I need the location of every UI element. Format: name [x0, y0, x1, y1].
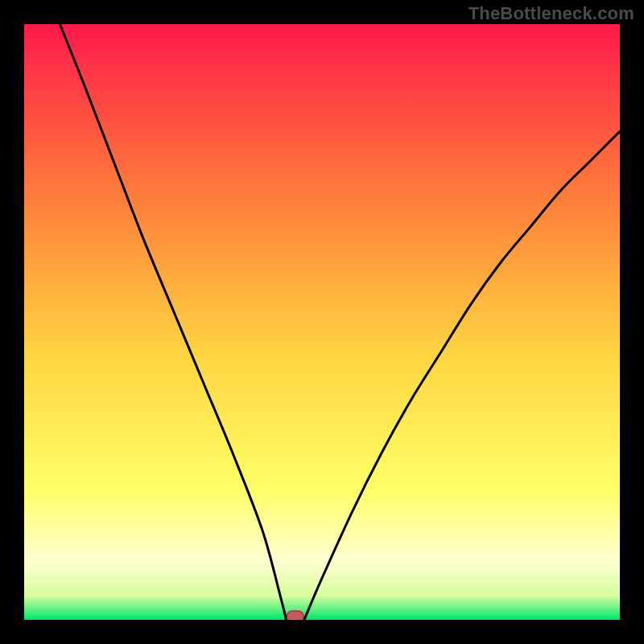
gradient-background [24, 24, 620, 620]
chart-svg [24, 24, 620, 620]
plot-area [24, 24, 620, 620]
chart-frame: TheBottleneck.com [0, 0, 644, 644]
watermark-label: TheBottleneck.com [469, 3, 634, 24]
minimum-marker [287, 611, 303, 620]
